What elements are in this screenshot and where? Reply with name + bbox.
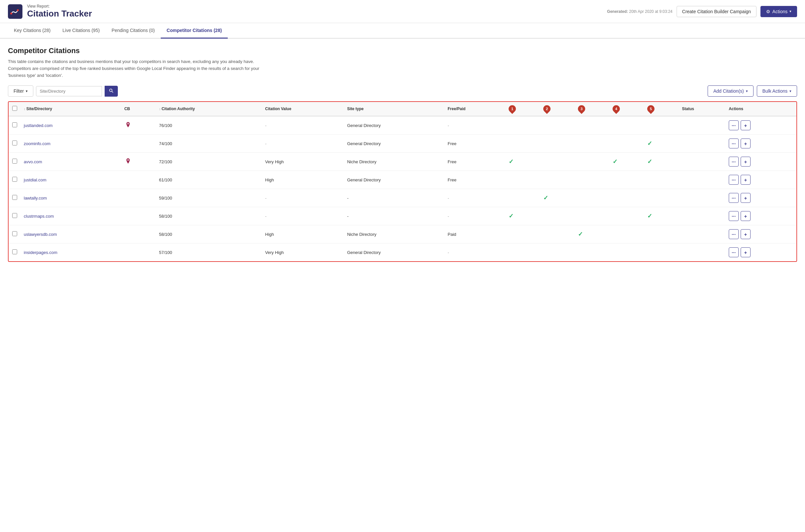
citation-value-cell: Very High (262, 243, 344, 262)
free-paid-cell: - (444, 116, 505, 135)
row-checkbox[interactable] (12, 140, 17, 146)
row-checkbox[interactable] (12, 195, 17, 200)
site-link[interactable]: clustrmaps.com (24, 214, 54, 219)
cb-cell (121, 189, 156, 207)
add-action-button[interactable]: + (740, 247, 751, 257)
comp4-cell (609, 171, 644, 189)
table-header-row: Site/Directory CB Citation Authority Cit… (8, 102, 797, 116)
gear-icon: ⚙ (766, 9, 770, 14)
more-actions-button[interactable]: ··· (729, 157, 739, 167)
add-action-button[interactable]: + (740, 157, 751, 167)
site-link[interactable]: justlanded.com (24, 123, 53, 128)
cb-cell (121, 116, 156, 135)
view-report-label: View Report: (27, 4, 92, 8)
status-cell (679, 171, 726, 189)
free-paid-cell: - (444, 207, 505, 225)
status-cell (679, 207, 726, 225)
site-type-cell: Niche Directory (344, 153, 444, 171)
add-action-button[interactable]: + (740, 138, 751, 148)
citation-authority-cell: 76/100 (156, 116, 262, 135)
more-actions-button[interactable]: ··· (729, 120, 739, 130)
table-row: insiderpages.com 57/100 Very High Genera… (8, 243, 797, 262)
comp5-cell: ✓ (644, 135, 679, 153)
select-all-checkbox[interactable] (12, 106, 17, 111)
actions-button[interactable]: ⚙ Actions (761, 6, 797, 17)
row-checkbox[interactable] (12, 159, 17, 164)
site-link[interactable]: avvo.com (24, 159, 42, 164)
site-name-cell: uslawyersdb.com (20, 225, 121, 243)
tab-competitor-citations[interactable]: Competitor Citations (28) (161, 23, 228, 39)
th-site-directory[interactable]: Site/Directory (20, 102, 121, 116)
create-campaign-button[interactable]: Create Citation Builder Campaign (677, 6, 757, 17)
site-name-cell: justlanded.com (20, 116, 121, 135)
main-content: Competitor Citations This table contains… (0, 39, 805, 270)
comp3-cell (574, 243, 609, 262)
row-checkbox[interactable] (12, 177, 17, 182)
th-actions: Actions (726, 102, 797, 116)
toolbar-right: Add Citation(s) Bulk Actions (708, 86, 797, 97)
row-checkbox[interactable] (12, 249, 17, 254)
site-link[interactable]: lawtally.com (24, 195, 47, 201)
checkmark-icon: ✓ (647, 158, 652, 165)
status-cell (679, 135, 726, 153)
comp5-cell (644, 171, 679, 189)
search-input[interactable] (36, 86, 102, 96)
actions-cell: ··· + (726, 225, 797, 243)
th-comp-5: 5 (644, 102, 679, 116)
site-type-cell: General Directory (344, 116, 444, 135)
more-actions-button[interactable]: ··· (729, 247, 739, 257)
more-actions-button[interactable]: ··· (729, 138, 739, 148)
bulk-actions-button[interactable]: Bulk Actions (757, 86, 797, 97)
checkmark-icon: ✓ (543, 195, 548, 201)
th-cb: CB (121, 102, 156, 116)
row-checkbox-cell (8, 135, 20, 153)
table-row: uslawyersdb.com 58/100 High Niche Direct… (8, 225, 797, 243)
more-actions-button[interactable]: ··· (729, 175, 739, 185)
row-checkbox-cell (8, 171, 20, 189)
more-actions-button[interactable]: ··· (729, 211, 739, 221)
tab-live-citations[interactable]: Live Citations (95) (56, 23, 106, 39)
site-link[interactable]: justdial.com (24, 177, 47, 183)
site-link[interactable]: insiderpages.com (24, 250, 57, 255)
add-citations-button[interactable]: Add Citation(s) (708, 86, 753, 97)
more-actions-button[interactable]: ··· (729, 229, 739, 239)
citation-authority-cell: 57/100 (156, 243, 262, 262)
comp5-cell (644, 116, 679, 135)
add-action-button[interactable]: + (740, 211, 751, 221)
add-action-button[interactable]: + (740, 120, 751, 130)
row-checkbox[interactable] (12, 122, 17, 127)
comp5-cell: ✓ (644, 207, 679, 225)
toolbar: Filter Add Citation(s) Bulk Actions (8, 86, 797, 97)
search-button[interactable] (105, 86, 118, 97)
filter-button[interactable]: Filter (8, 86, 33, 97)
th-comp-4: 4 (609, 102, 644, 116)
svg-point-5 (127, 123, 129, 124)
tab-key-citations[interactable]: Key Citations (28) (8, 23, 56, 39)
comp1-cell (505, 225, 540, 243)
header: View Report: Citation Tracker Generated:… (0, 0, 805, 23)
citation-value-cell: High (262, 171, 344, 189)
th-citation-authority[interactable]: Citation Authority (156, 102, 262, 116)
site-name-cell: zoominfo.com (20, 135, 121, 153)
row-checkbox[interactable] (12, 213, 17, 218)
action-buttons: ··· + (729, 157, 793, 167)
add-action-button[interactable]: + (740, 229, 751, 239)
comp2-cell (540, 153, 574, 171)
comp3-cell (574, 153, 609, 171)
free-paid-cell: Paid (444, 225, 505, 243)
add-action-button[interactable]: + (740, 193, 751, 203)
site-name-cell: insiderpages.com (20, 243, 121, 262)
more-actions-button[interactable]: ··· (729, 193, 739, 203)
site-link[interactable]: uslawyersdb.com (24, 232, 57, 237)
citation-value-cell: High (262, 225, 344, 243)
comp2-cell (540, 243, 574, 262)
comp5-cell: ✓ (644, 153, 679, 171)
free-paid-cell: - (444, 189, 505, 207)
title-block: View Report: Citation Tracker (27, 4, 92, 19)
tab-pending-citations[interactable]: Pending Citations (0) (106, 23, 161, 39)
comp4-cell: ✓ (609, 153, 644, 171)
th-site-type: Site type (344, 102, 444, 116)
add-action-button[interactable]: + (740, 175, 751, 185)
row-checkbox[interactable] (12, 231, 17, 236)
site-link[interactable]: zoominfo.com (24, 141, 51, 146)
